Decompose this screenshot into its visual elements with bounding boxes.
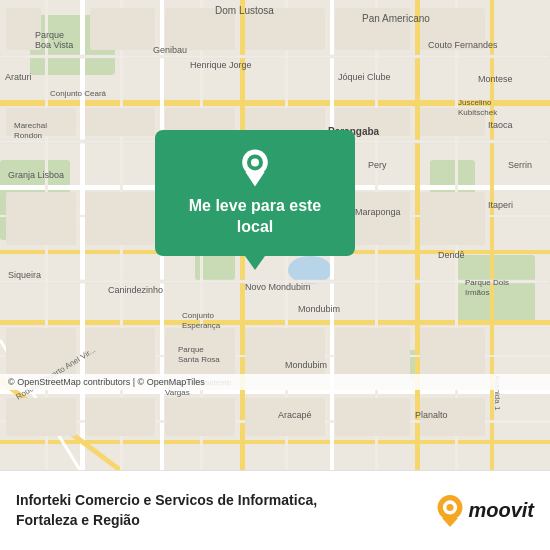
bottom-bar: Inforteki Comercio e Servicos de Informa… <box>0 470 550 550</box>
bottom-text: Inforteki Comercio e Servicos de Informa… <box>16 491 436 530</box>
svg-rect-22 <box>0 55 550 58</box>
svg-marker-108 <box>245 172 264 186</box>
svg-text:Esperança: Esperança <box>182 321 221 330</box>
svg-text:Itaperi: Itaperi <box>488 200 513 210</box>
svg-marker-112 <box>442 518 458 527</box>
location-popup[interactable]: Me leve para este local <box>155 130 355 256</box>
svg-text:Maraponga: Maraponga <box>355 207 401 217</box>
svg-text:Genibau: Genibau <box>153 45 187 55</box>
svg-text:Parque Dois: Parque Dois <box>465 278 509 287</box>
svg-text:Parque: Parque <box>178 345 204 354</box>
svg-rect-59 <box>85 398 155 436</box>
svg-text:Novo Mondubim: Novo Mondubim <box>245 282 311 292</box>
moovit-logo[interactable]: moovit <box>436 495 534 527</box>
attribution-bar: © OpenStreetMap contributors | © OpenMap… <box>0 374 550 390</box>
svg-text:Boa Vista: Boa Vista <box>35 40 73 50</box>
svg-text:Juscelino: Juscelino <box>458 98 492 107</box>
svg-text:Dendê: Dendê <box>438 250 465 260</box>
svg-rect-62 <box>335 398 410 436</box>
svg-text:Mondubim: Mondubim <box>298 304 340 314</box>
svg-text:Irmãos: Irmãos <box>465 288 489 297</box>
bottom-title: Inforteki Comercio e Servicos de Informa… <box>16 491 426 530</box>
svg-text:Pery: Pery <box>368 160 387 170</box>
svg-rect-14 <box>80 0 85 470</box>
svg-text:Kubitschek: Kubitschek <box>458 108 498 117</box>
svg-text:Montese: Montese <box>478 74 513 84</box>
svg-rect-46 <box>6 192 76 245</box>
svg-text:Henrique Jorge: Henrique Jorge <box>190 60 252 70</box>
svg-point-111 <box>447 503 454 510</box>
svg-point-107 <box>251 158 259 166</box>
svg-text:Serrin: Serrin <box>508 160 532 170</box>
svg-rect-58 <box>6 398 76 436</box>
moovit-pin-icon <box>436 495 464 527</box>
svg-text:Dom Lustosa: Dom Lustosa <box>215 5 274 16</box>
svg-rect-47 <box>85 192 155 245</box>
svg-text:Conjunto: Conjunto <box>182 311 215 320</box>
svg-text:Granja Lisboa: Granja Lisboa <box>8 170 64 180</box>
svg-rect-51 <box>420 192 485 245</box>
svg-text:Araturi: Araturi <box>5 72 32 82</box>
svg-rect-35 <box>90 8 155 50</box>
svg-rect-60 <box>165 398 235 436</box>
popup-text: Me leve para este local <box>189 196 322 238</box>
svg-text:Marechal: Marechal <box>14 121 47 130</box>
moovit-logo-text: moovit <box>468 499 534 522</box>
svg-text:Planalto: Planalto <box>415 410 448 420</box>
svg-text:Jóquei Clube: Jóquei Clube <box>338 72 391 82</box>
svg-text:Siqueira: Siqueira <box>8 270 41 280</box>
svg-text:Canindezinho: Canindezinho <box>108 285 163 295</box>
svg-text:Couto Fernandes: Couto Fernandes <box>428 40 498 50</box>
svg-text:Rondon: Rondon <box>14 131 42 140</box>
svg-rect-41 <box>85 108 155 136</box>
svg-text:Aracapé: Aracapé <box>278 410 312 420</box>
map-container[interactable]: Pan Americano Dom Lustosa Parque Boa Vis… <box>0 0 550 470</box>
svg-text:Conjunto Ceará: Conjunto Ceará <box>50 89 107 98</box>
svg-text:Santa Rosa: Santa Rosa <box>178 355 220 364</box>
svg-text:Itaoca: Itaoca <box>488 120 513 130</box>
location-pin-icon <box>235 148 275 188</box>
svg-text:Mondubim: Mondubim <box>285 360 327 370</box>
svg-rect-18 <box>415 0 420 470</box>
svg-text:Pan Americano: Pan Americano <box>362 13 430 24</box>
svg-text:Parque: Parque <box>35 30 64 40</box>
